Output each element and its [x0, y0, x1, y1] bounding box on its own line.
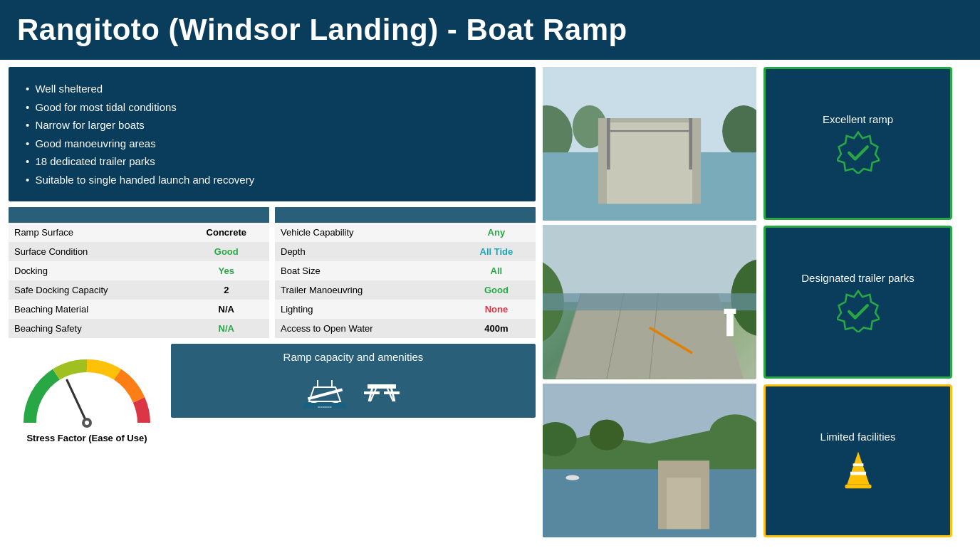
table-cell-value: 2: [184, 280, 269, 300]
table-cell-label: Beaching Material: [9, 300, 184, 319]
amenities-icons: ≈≈≈≈≈≈: [303, 372, 403, 411]
bullet-item: Good for most tidal conditions: [26, 98, 518, 117]
table-row: Surface Condition Good: [9, 242, 269, 261]
table-cell-value: Yes: [184, 261, 269, 280]
tables-row: Ramp Surface Concrete Surface Condition …: [9, 207, 536, 338]
svg-rect-22: [607, 122, 692, 204]
gauge-label: Stress Factor (Ease of Use): [26, 433, 147, 443]
photo-3-svg: [543, 384, 756, 537]
svg-rect-36: [724, 309, 736, 314]
table-row: Boat Size All: [275, 261, 536, 280]
table-cell-value: N/A: [184, 300, 269, 319]
right-table-header: [275, 207, 536, 223]
table-cell-label: Ramp Surface: [9, 223, 184, 242]
table-row: Ramp Surface Concrete: [9, 223, 269, 242]
svg-line-0: [67, 380, 87, 423]
table-cell-label: Beaching Safety: [9, 319, 184, 338]
bullet-box: Well sheltered Good for most tidal condi…: [9, 67, 536, 201]
table-cell-value: Concrete: [184, 223, 269, 242]
main-content: Well sheltered Good for most tidal condi…: [0, 60, 980, 544]
gauge-chart: [23, 359, 151, 430]
svg-rect-53: [845, 485, 871, 489]
svg-rect-23: [607, 118, 610, 169]
table-row: Vehicle Capability Any: [275, 223, 536, 242]
svg-rect-24: [689, 118, 692, 169]
svg-marker-49: [837, 291, 880, 332]
amenities-title: Ramp capacity and amenities: [283, 351, 424, 363]
excellent-ramp-label: Excellent ramp: [823, 113, 893, 125]
amenities-box: Ramp capacity and amenities ≈≈≈≈≈≈: [171, 344, 536, 418]
table-cell-label: Access to Open Water: [275, 319, 457, 338]
header: Rangitoto (Windsor Landing) - Boat Ramp: [0, 0, 980, 60]
table-row: Depth All Tide: [275, 242, 536, 261]
excellent-check-icon: [837, 131, 880, 174]
photo-1: [543, 67, 756, 221]
bullet-item: Good manoeuvring areas: [26, 135, 518, 153]
svg-point-2: [85, 421, 89, 425]
designated-check-icon: [837, 290, 880, 332]
photo-2-svg: [543, 225, 756, 379]
right-table-section: Vehicle Capability Any Depth All Tide Bo…: [275, 207, 536, 338]
left-column: Well sheltered Good for most tidal condi…: [9, 67, 536, 537]
table-row: Access to Open Water 400m: [275, 319, 536, 338]
bullet-item: Narrow for larger boats: [26, 116, 518, 135]
table-cell-label: Docking: [9, 261, 184, 280]
designated-parks-label: Designated trailer parks: [801, 272, 914, 284]
svg-point-47: [590, 419, 624, 450]
right-column: Excellent ramp Designated trailer parks …: [763, 67, 952, 537]
table-cell-value: 400m: [457, 319, 536, 338]
bottom-row: Stress Factor (Ease of Use) Ramp capacit…: [9, 344, 536, 443]
left-table-section: Ramp Surface Concrete Surface Condition …: [9, 207, 269, 338]
middle-column: [543, 67, 756, 537]
limited-facilities-label: Limited facilities: [820, 431, 896, 443]
page-title: Rangitoto (Windsor Landing) - Boat Ramp: [17, 13, 963, 47]
table-row: Safe Docking Capacity 2: [9, 280, 269, 300]
table-cell-label: Boat Size: [275, 261, 457, 280]
boat-ramp-icon: ≈≈≈≈≈≈: [303, 372, 346, 411]
picnic-table-icon: [360, 372, 403, 411]
table-cell-label: Safe Docking Capacity: [9, 280, 184, 300]
table-cell-label: Lighting: [275, 300, 457, 319]
table-cell-value: Good: [184, 242, 269, 261]
table-row: Lighting None: [275, 300, 536, 319]
cone-icon: [840, 448, 876, 491]
designated-parks-card: Designated trailer parks: [763, 226, 952, 379]
photo-3: [543, 384, 756, 537]
left-data-table: Ramp Surface Concrete Surface Condition …: [9, 223, 269, 338]
table-cell-label: Surface Condition: [9, 242, 184, 261]
table-row: Docking Yes: [9, 261, 269, 280]
svg-marker-50: [847, 452, 869, 485]
table-cell-label: Vehicle Capability: [275, 223, 457, 242]
bullet-list: Well sheltered Good for most tidal condi…: [26, 80, 518, 189]
photo-1-svg: [543, 67, 756, 221]
svg-point-39: [565, 475, 579, 480]
table-row: Trailer Manoeuvring Good: [275, 280, 536, 300]
table-cell-value: Any: [457, 223, 536, 242]
table-cell-value: N/A: [184, 319, 269, 338]
bullet-item: Well sheltered: [26, 80, 518, 98]
table-cell-value: Good: [457, 280, 536, 300]
gauge-box: Stress Factor (Ease of Use): [9, 344, 165, 443]
svg-rect-44: [667, 478, 701, 529]
table-row: Beaching Material N/A: [9, 300, 269, 319]
excellent-ramp-card: Excellent ramp: [763, 67, 952, 220]
svg-marker-48: [837, 132, 880, 174]
svg-rect-33: [543, 293, 756, 310]
photo-2: [543, 225, 756, 379]
svg-rect-26: [543, 225, 756, 302]
table-cell-label: Depth: [275, 242, 457, 261]
table-cell-label: Trailer Manoeuvring: [275, 280, 457, 300]
table-cell-value: All: [457, 261, 536, 280]
table-row: Beaching Safety N/A: [9, 319, 269, 338]
svg-text:≈≈≈≈≈≈: ≈≈≈≈≈≈: [318, 405, 332, 409]
bullet-item: Suitable to single handed launch and rec…: [26, 171, 518, 189]
bullet-item: 18 dedicated trailer parks: [26, 152, 518, 171]
svg-rect-35: [726, 311, 734, 337]
table-cell-value: None: [457, 300, 536, 319]
table-cell-value: All Tide: [457, 242, 536, 261]
left-table-header: [9, 207, 269, 223]
right-data-table: Vehicle Capability Any Depth All Tide Bo…: [275, 223, 536, 338]
limited-facilities-card: Limited facilities: [763, 384, 952, 537]
